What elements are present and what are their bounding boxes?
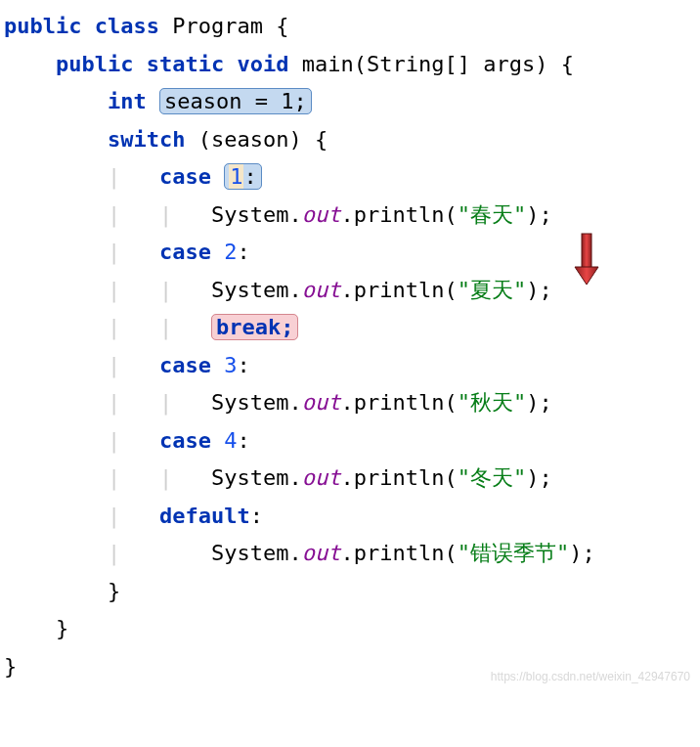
dot: . [340, 541, 353, 565]
method-println: println [354, 541, 445, 565]
paren-close: ) [526, 278, 539, 302]
class-system: System [211, 202, 288, 227]
field-out: out [302, 202, 341, 227]
dot: . [340, 202, 353, 227]
code-line-2: public static void main(String[] args) { [4, 46, 696, 84]
paren-open: ( [444, 465, 457, 490]
case-num-2: 2 [224, 240, 237, 264]
class-system: System [211, 278, 288, 302]
field-out: out [302, 541, 341, 565]
keyword-static: static [147, 52, 224, 76]
brace-close: } [4, 654, 17, 679]
code-line-4: switch (season) { [4, 121, 696, 159]
dot: . [288, 278, 301, 302]
brace-open: { [276, 14, 288, 38]
paren-open: ( [444, 390, 457, 415]
colon: : [243, 164, 256, 189]
brace-open: { [315, 127, 328, 152]
code-line-1: public class Program { [4, 8, 696, 46]
code-line-print4: | | System.out.println("冬天"); [4, 460, 696, 498]
colon: : [237, 428, 249, 453]
highlight-case1: 1: [224, 163, 262, 190]
dot: . [288, 465, 301, 490]
paren-open: ( [444, 278, 457, 302]
colon: : [237, 353, 249, 377]
method-println: println [354, 202, 445, 227]
class-system: System [211, 390, 288, 415]
dot: . [340, 465, 353, 490]
semicolon: ; [539, 390, 551, 415]
paren-close: ) [526, 465, 539, 490]
method-println: println [354, 465, 445, 490]
semicolon: ; [539, 465, 551, 490]
dot: . [288, 390, 301, 415]
code-line-break: | | break; [4, 309, 696, 347]
string-summer: "夏天" [458, 278, 527, 302]
code-line-print1: | | System.out.println("春天"); [4, 197, 696, 235]
brace-close: } [56, 616, 68, 640]
string-autumn: "秋天" [458, 390, 527, 415]
keyword-default: default [159, 504, 250, 528]
semicolon: ; [539, 278, 551, 302]
dot: . [288, 202, 301, 227]
code-line-print3: | | System.out.println("秋天"); [4, 384, 696, 422]
highlight-season-decl: season = 1; [159, 88, 312, 114]
paren-open: ( [444, 541, 457, 565]
case-num-3: 3 [224, 353, 237, 377]
case-num-4: 4 [224, 428, 237, 453]
paren-open: ( [354, 52, 367, 76]
field-out: out [302, 390, 341, 415]
keyword-class: class [95, 14, 159, 38]
dot: . [340, 390, 353, 415]
param-args: args [483, 52, 535, 76]
colon: : [237, 240, 249, 264]
colon: : [250, 504, 263, 528]
keyword-case: case [159, 164, 211, 189]
paren-close: ) [526, 390, 539, 415]
string-error-season: "错误季节" [458, 541, 570, 565]
type-string: String [367, 52, 444, 76]
code-line-3: int season = 1; [4, 83, 696, 121]
watermark: https://blog.csdn.net/weixin_42947670 [491, 667, 690, 687]
dot: . [288, 541, 301, 565]
paren-close: ) [526, 202, 539, 227]
brace-close: } [108, 579, 120, 603]
keyword-public: public [56, 52, 133, 76]
code-line-print5: | System.out.println("错误季节"); [4, 535, 696, 573]
field-out: out [302, 465, 341, 490]
class-system: System [211, 541, 288, 565]
keyword-case: case [159, 428, 211, 453]
method-println: println [354, 390, 445, 415]
code-line-close2: } [4, 610, 696, 648]
paren-open: ( [444, 202, 457, 227]
code-line-case4: | case 4: [4, 422, 696, 461]
paren-close: ) [288, 127, 301, 152]
keyword-public: public [4, 14, 81, 38]
paren-close: ) [569, 541, 582, 565]
keyword-switch: switch [108, 127, 185, 152]
semicolon: ; [582, 541, 594, 565]
method-println: println [354, 278, 445, 302]
array-brackets: [] [444, 52, 470, 76]
method-main: main [302, 52, 354, 76]
fallthrough-arrow-icon [572, 232, 601, 286]
keyword-void: void [237, 52, 288, 76]
class-system: System [211, 465, 288, 490]
class-name: Program [172, 14, 263, 38]
svg-marker-1 [575, 267, 598, 285]
dot: . [340, 278, 353, 302]
brace-open: { [561, 52, 574, 76]
string-winter: "冬天" [458, 465, 527, 490]
paren-open: ( [198, 127, 211, 152]
field-out: out [302, 278, 341, 302]
code-line-default: | default: [4, 498, 696, 536]
semicolon: ; [539, 202, 551, 227]
keyword-int: int [108, 89, 147, 113]
case-num-1: 1 [229, 164, 243, 189]
highlight-break: break; [211, 314, 298, 340]
keyword-case: case [159, 353, 211, 377]
keyword-case: case [159, 240, 211, 264]
var-season: season [211, 127, 288, 152]
code-line-close1: } [4, 573, 696, 611]
code-line-case3: | case 3: [4, 347, 696, 385]
